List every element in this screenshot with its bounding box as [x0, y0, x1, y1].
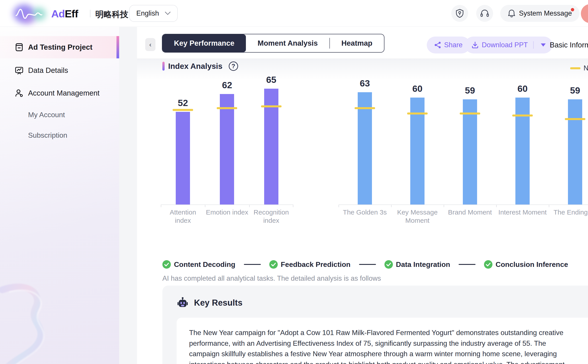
sidebar-item-account-management[interactable]: Account Management: [0, 82, 119, 104]
check-circle-icon: [269, 260, 278, 269]
tab-key-performance[interactable]: Key Performance: [162, 34, 246, 52]
share-button[interactable]: Share: [427, 37, 470, 53]
document-icon: [14, 42, 24, 52]
sidebar-item-label: Ad Testing Project: [28, 43, 92, 52]
benchmark-legend: Norm: [570, 64, 588, 72]
view-tabs: Key Performance Moment Analysis Heatmap: [162, 34, 384, 52]
benchmark-line: [217, 107, 237, 109]
content-gutter: [119, 27, 137, 364]
progress-step: Feedback Prediction: [269, 260, 351, 269]
chevron-down-icon: [165, 12, 171, 15]
bar-value-label: 63: [360, 78, 370, 89]
axis-tick: [391, 205, 392, 207]
sidebar: Ad Testing Project Data Details Account …: [0, 27, 119, 364]
headset-icon: [480, 9, 489, 18]
bar-value-label: 65: [266, 75, 276, 85]
step-connector: [459, 264, 476, 265]
axis-tick: [496, 205, 497, 207]
benchmark-dash-icon: [570, 67, 581, 69]
chart-bar: [220, 94, 234, 205]
key-results-text: The New Year campaign for "Adopt a Cow 1…: [189, 327, 575, 364]
step-label: Feedback Prediction: [281, 260, 351, 269]
chart-bar: [568, 99, 582, 205]
category-label: Emotion index: [205, 208, 249, 216]
category-label: Brand Moment: [444, 208, 496, 216]
category-label: The Ending 3s: [549, 208, 588, 216]
check-circle-icon: [384, 260, 393, 269]
x-axis-line: [339, 204, 588, 205]
sidebar-subitem-my-account[interactable]: My Account: [28, 111, 65, 119]
bar-value-label: 60: [412, 84, 422, 94]
tab-heatmap[interactable]: Heatmap: [330, 34, 384, 52]
benchmark-line: [565, 118, 585, 120]
tab-moment-analysis[interactable]: Moment Analysis: [246, 34, 329, 52]
benchmark-line: [407, 112, 428, 115]
support-button[interactable]: [476, 5, 493, 22]
benchmark-legend-label: Norm: [583, 64, 588, 72]
benchmark-line: [512, 115, 533, 117]
basic-information-link[interactable]: Basic Information: [550, 41, 588, 49]
download-ppt-label: Download PPT: [482, 41, 528, 49]
robot-icon: [176, 296, 189, 309]
benchmark-line: [173, 109, 193, 111]
category-label: The Golden 3s: [339, 208, 391, 216]
help-icon[interactable]: ?: [229, 61, 238, 71]
section-title: Index Analysis: [168, 62, 222, 71]
brand-divider: [90, 10, 90, 17]
category-label: Recognition index: [249, 208, 293, 225]
share-label: Share: [444, 41, 463, 49]
progress-step: Conclusion Inference: [484, 260, 568, 269]
step-connector: [244, 264, 261, 265]
chart-slot: 59Brand Moment: [444, 71, 496, 205]
category-label: Attention index: [161, 208, 205, 225]
sidebar-item-label: Account Management: [28, 89, 100, 97]
back-button[interactable]: ‹: [145, 38, 155, 51]
shield-icon: [455, 9, 464, 18]
step-connector: [359, 264, 376, 265]
sidebar-item-ad-testing-project[interactable]: Ad Testing Project: [0, 36, 119, 58]
axis-tick: [205, 205, 205, 207]
chart-slot: 65Recognition index: [249, 71, 293, 205]
sidebar-subitem-subscription[interactable]: Subscription: [28, 131, 67, 139]
chart-slot: 59The Ending 3s: [549, 71, 588, 205]
system-message-label: System Message: [519, 9, 572, 17]
axis-tick: [444, 205, 444, 207]
language-value: English: [136, 9, 159, 17]
ai-progress-steps: Content Decoding Feedback Prediction Dat…: [162, 260, 568, 269]
ai-status-text: AI has completed all analytical tasks. T…: [162, 274, 381, 282]
check-circle-icon: [162, 260, 171, 269]
download-ppt-button[interactable]: Download PPT: [465, 37, 552, 53]
progress-step: Data Integration: [384, 260, 450, 269]
adeff-logo-icon: [13, 2, 48, 25]
sidebar-item-data-details[interactable]: Data Details: [0, 59, 119, 82]
check-circle-icon: [484, 260, 492, 269]
key-results-card: Key Results The New Year campaign for "A…: [162, 286, 588, 364]
chart-bar: [515, 98, 530, 205]
category-label: Key Message Moment: [391, 208, 444, 225]
system-message-button[interactable]: System Message: [500, 5, 580, 22]
brand-name: AdEff: [51, 7, 78, 20]
axis-tick: [249, 205, 250, 207]
progress-step: Content Decoding: [162, 260, 235, 269]
bar-value-label: 52: [178, 98, 188, 108]
step-label: Data Integration: [396, 260, 450, 269]
security-button[interactable]: [451, 5, 468, 22]
benchmark-line: [261, 105, 282, 107]
user-avatar[interactable]: [581, 4, 588, 23]
app-header: AdEff 明略科技 English System Message: [0, 0, 588, 27]
unread-dot: [571, 8, 574, 11]
chart-bar: [176, 112, 190, 205]
x-axis-line: [161, 204, 293, 205]
language-selector[interactable]: English: [129, 5, 178, 22]
main-content: ‹ Key Performance Moment Analysis Heatma…: [137, 27, 588, 364]
button-divider: [533, 41, 534, 49]
key-results-body-card: The New Year campaign for "Adopt a Cow 1…: [177, 318, 588, 364]
back-chevron-icon: ‹: [149, 41, 151, 48]
axis-tick: [339, 205, 339, 207]
bell-icon: [508, 9, 515, 18]
sidebar-item-label: Data Details: [28, 66, 68, 75]
axis-tick: [549, 205, 549, 207]
caret-down-icon[interactable]: [541, 43, 546, 46]
bar-value-label: 59: [570, 85, 580, 96]
bar-value-label: 62: [222, 80, 232, 91]
